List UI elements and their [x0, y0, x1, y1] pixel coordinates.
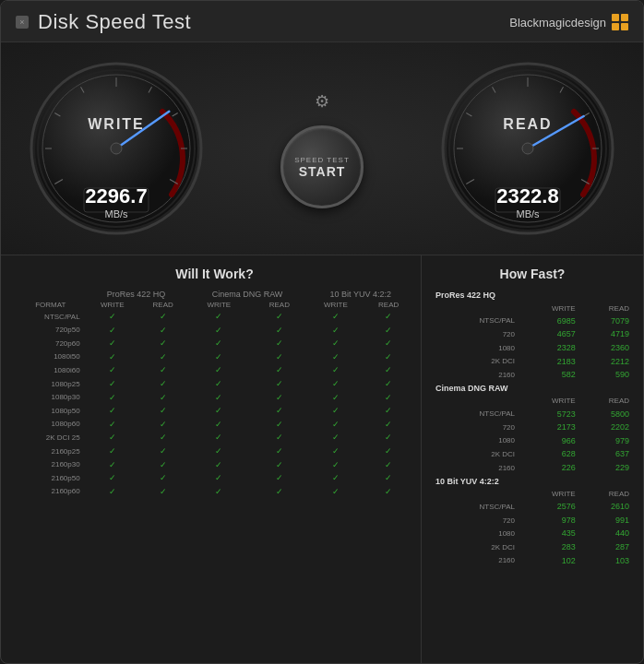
check-cell: ✓ [308, 431, 364, 445]
hf-data-row: 2160226229 [433, 461, 632, 475]
table-row: 720p60✓✓✓✓✓✓ [16, 337, 413, 350]
row-label: 2160p60 [16, 485, 86, 499]
table-row: 2160p30✓✓✓✓✓✓ [16, 458, 413, 472]
check-cell: ✓ [139, 310, 186, 324]
hf-row-label: 720 [433, 327, 518, 341]
hf-row-label: NTSC/PAL [433, 314, 518, 328]
check-cell: ✓ [364, 310, 413, 324]
check-cell: ✓ [251, 458, 307, 472]
check-cell: ✓ [186, 310, 251, 324]
hf-read-value: 590 [578, 368, 632, 382]
check-cell: ✓ [86, 445, 139, 458]
row-label: 1080i50 [16, 350, 86, 364]
hf-read-header: READ [578, 302, 632, 314]
brand-square-2 [621, 14, 628, 21]
wiw-10bit-read: READ [364, 300, 413, 310]
check-cell: ✓ [308, 485, 364, 499]
check-cell: ✓ [186, 471, 251, 485]
center-controls: ⚙ SPEED TEST START [280, 89, 364, 208]
check-cell: ✓ [308, 310, 364, 324]
check-cell: ✓ [251, 391, 307, 405]
write-label: WRITE [29, 116, 204, 133]
hf-read-value: 991 [578, 514, 632, 528]
check-cell: ✓ [308, 337, 364, 350]
check-cell: ✓ [186, 404, 251, 418]
hf-data-row: NTSC/PAL25762610 [433, 500, 632, 514]
hf-data-row: 2160102103 [433, 554, 632, 568]
check-cell: ✓ [86, 418, 139, 432]
check-cell: ✓ [86, 485, 139, 499]
check-cell: ✓ [251, 431, 307, 445]
table-row: 1080p30✓✓✓✓✓✓ [16, 391, 413, 405]
check-cell: ✓ [139, 391, 186, 405]
hf-row-label: 1080 [433, 434, 518, 448]
wiw-cinema-read: READ [251, 300, 307, 310]
check-cell: ✓ [251, 324, 307, 338]
hf-row-label: 2160 [433, 554, 518, 568]
hf-data-row: 108023282360 [433, 341, 632, 355]
hf-read-value: 5800 [578, 408, 632, 421]
check-cell: ✓ [186, 458, 251, 472]
hf-read-value: 2212 [578, 355, 632, 369]
table-row: 2160p50✓✓✓✓✓✓ [16, 471, 413, 485]
check-cell: ✓ [139, 337, 186, 350]
hf-write-value: 2173 [518, 421, 578, 434]
check-cell: ✓ [308, 391, 364, 405]
hf-data-row: 2K DCI628637 [433, 447, 632, 461]
read-value: 2322.8 [496, 184, 558, 208]
hf-write-header: WRITE [518, 302, 578, 314]
speed-test-button[interactable]: SPEED TEST START [280, 125, 364, 208]
check-cell: ✓ [139, 445, 186, 458]
check-cell: ✓ [364, 458, 413, 472]
check-cell: ✓ [251, 485, 307, 499]
settings-button[interactable]: ⚙ [309, 89, 335, 114]
check-cell: ✓ [86, 391, 139, 405]
close-button[interactable]: × [16, 16, 29, 29]
check-cell: ✓ [186, 363, 251, 377]
wiw-group-10bit: 10 Bit YUV 4:2:2 [308, 289, 413, 300]
row-label: NTSC/PAL [16, 310, 86, 324]
check-cell: ✓ [186, 391, 251, 405]
hf-row-label: 2160 [433, 368, 518, 382]
row-label: 2160p25 [16, 445, 86, 458]
hf-write-header: WRITE [518, 395, 578, 407]
wiw-prores-write: WRITE [86, 300, 139, 310]
how-fast-table: ProRes 422 HQWRITEREADNTSC/PAL6985707972… [433, 289, 632, 567]
hf-data-row: 72046574719 [433, 327, 632, 341]
hf-data-row: 720978991 [433, 514, 632, 528]
check-cell: ✓ [186, 324, 251, 338]
read-label: READ [440, 116, 615, 133]
check-cell: ✓ [86, 431, 139, 445]
row-label: 1080p25 [16, 377, 86, 391]
wiw-group-cinema: Cinema DNG RAW [186, 289, 307, 300]
check-cell: ✓ [139, 418, 186, 432]
hf-write-header: WRITE [518, 488, 578, 500]
hf-subheader-row: WRITEREAD [433, 302, 632, 314]
brand-square-3 [612, 23, 619, 30]
check-cell: ✓ [186, 485, 251, 499]
hf-row-label: 1080 [433, 527, 518, 540]
check-cell: ✓ [139, 363, 186, 377]
hf-write-value: 435 [518, 527, 578, 540]
how-fast-section: How Fast? ProRes 422 HQWRITEREADNTSC/PAL… [422, 255, 643, 663]
check-cell: ✓ [364, 485, 413, 499]
check-cell: ✓ [251, 404, 307, 418]
hf-write-value: 226 [518, 461, 578, 475]
hf-write-value: 2576 [518, 500, 578, 514]
check-cell: ✓ [139, 471, 186, 485]
check-cell: ✓ [251, 337, 307, 350]
hf-read-value: 637 [578, 447, 632, 461]
tables-area: Will It Work? ProRes 422 HQ Cinema DNG R… [1, 255, 643, 663]
hf-read-header: READ [578, 395, 632, 407]
hf-data-row: 2K DCI283287 [433, 540, 632, 554]
hf-group-header: Cinema DNG RAW [433, 382, 632, 396]
check-cell: ✓ [251, 471, 307, 485]
how-fast-title: How Fast? [433, 267, 632, 281]
hf-subheader-row: WRITEREAD [433, 488, 632, 500]
hf-read-value: 979 [578, 434, 632, 448]
check-cell: ✓ [86, 310, 139, 324]
check-cell: ✓ [308, 445, 364, 458]
hf-read-value: 2202 [578, 421, 632, 434]
check-cell: ✓ [364, 350, 413, 364]
hf-data-row: 1080435440 [433, 527, 632, 540]
